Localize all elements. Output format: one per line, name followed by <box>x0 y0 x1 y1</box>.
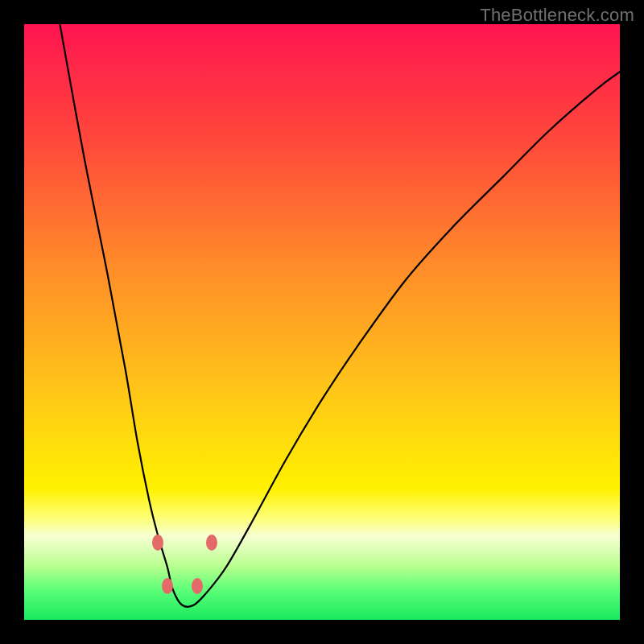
watermark-text: TheBottleneck.com <box>480 5 634 26</box>
curve-marker <box>206 535 217 551</box>
curve-markers <box>24 24 620 620</box>
outer-frame: TheBottleneck.com <box>0 0 644 644</box>
plot-area <box>24 24 620 620</box>
curve-marker <box>192 578 203 594</box>
curve-marker <box>152 535 163 551</box>
curve-marker <box>162 578 173 594</box>
